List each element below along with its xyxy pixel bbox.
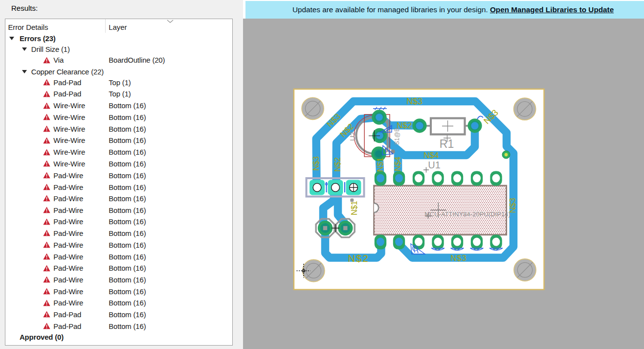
- svg-text:U2: U2: [348, 132, 356, 141]
- svg-text:N$3: N$3: [406, 96, 422, 106]
- svg-text:N$3: N$3: [312, 156, 320, 170]
- svg-text:S1@B: S1@B: [394, 128, 400, 145]
- svg-text:N$4: N$4: [423, 151, 439, 160]
- svg-text:N$1: N$1: [350, 201, 358, 215]
- svg-text:U1: U1: [428, 160, 441, 170]
- svg-text:N$1: N$1: [376, 158, 384, 172]
- svg-text:N$4: N$4: [394, 157, 402, 171]
- svg-text:N$2: N$2: [348, 253, 369, 264]
- svg-text:N$2: N$2: [333, 157, 342, 171]
- svg-text:N$3: N$3: [450, 254, 466, 262]
- svg-text:R1: R1: [440, 138, 454, 150]
- svg-text:MCU-ATTINY84-20PU(DIP14): MCU-ATTINY84-20PU(DIP14): [424, 211, 511, 218]
